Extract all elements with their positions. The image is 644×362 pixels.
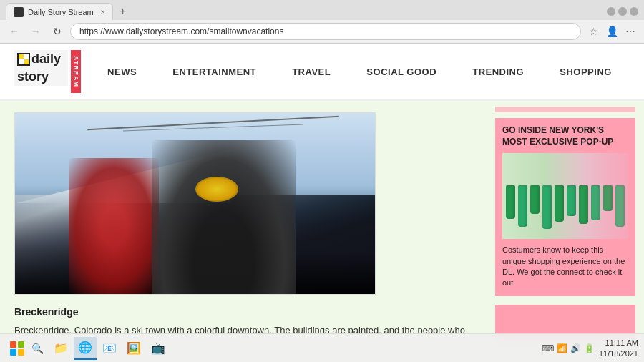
nav-news[interactable]: NEWS xyxy=(102,64,142,80)
wifi-icon[interactable]: 📶 xyxy=(557,343,567,353)
battery-icon[interactable]: 🔋 xyxy=(584,343,595,353)
cup-4 xyxy=(542,185,552,229)
minimize-btn[interactable] xyxy=(607,7,615,16)
cup-2 xyxy=(518,185,527,227)
logo-daily: daily xyxy=(14,50,68,68)
cup-3 xyxy=(530,185,540,214)
toolbar-icons: ☆ 👤 ⋯ xyxy=(585,24,638,39)
forward-btn[interactable]: → xyxy=(27,23,44,40)
logo-icon xyxy=(17,53,30,66)
cup-5 xyxy=(555,185,564,221)
taskbar-app-3[interactable]: 📧 xyxy=(98,337,121,360)
back-btn[interactable]: ← xyxy=(6,23,23,40)
menu-icon[interactable]: ⋯ xyxy=(623,24,638,39)
sidebar-ad-partial xyxy=(495,107,635,112)
sidebar-popup-ad[interactable]: GO INSIDE NEW YORK'S MOST EXCLUSIVE POP-… xyxy=(495,118,635,296)
windows-logo xyxy=(10,341,24,356)
active-tab[interactable]: Daily Story Stream × xyxy=(6,3,113,20)
article-title: Breckenridge xyxy=(14,306,472,318)
url-text: https://www.dailystorystream.com/smallto… xyxy=(79,26,283,36)
ski-photo-bg xyxy=(15,113,375,294)
address-bar-row: ← → ↻ https://www.dailystorystream.com/s… xyxy=(0,20,644,43)
taskbar-app-browser[interactable]: 🌐 xyxy=(74,337,97,360)
window-controls xyxy=(607,7,638,16)
refresh-btn[interactable]: ↻ xyxy=(49,23,66,40)
taskbar-tray: ⌨ 📶 🔊 🔋 11:11 AM 11/18/2021 xyxy=(542,338,638,358)
cup-6 xyxy=(567,185,576,216)
logo-stream-badge: STREAM xyxy=(71,50,81,93)
site-header: daily story STREAM NEWS ENTERTAINMENT TR… xyxy=(0,44,644,101)
main-content: Breckenridge Breckenridge, Colorado is a… xyxy=(0,101,487,340)
new-tab-btn[interactable]: + xyxy=(116,4,130,19)
star-icon[interactable]: ☆ xyxy=(585,24,601,39)
logo-story: story xyxy=(14,68,68,86)
page-body: Breckenridge Breckenridge, Colorado is a… xyxy=(0,101,644,340)
taskbar-clock[interactable]: 11:11 AM 11/18/2021 xyxy=(599,338,638,358)
taskbar-app-1[interactable]: 📁 xyxy=(49,337,72,360)
taskbar-time-value: 11:11 AM xyxy=(599,338,638,348)
taskbar-date-value: 11/18/2021 xyxy=(599,348,638,358)
start-button[interactable] xyxy=(6,337,29,360)
tab-close-btn[interactable]: × xyxy=(101,8,105,16)
site-nav: NEWS ENTERTAINMENT TRAVEL SOCIAL GOOD TR… xyxy=(89,64,630,80)
taskbar-app-4[interactable]: 🖼️ xyxy=(122,337,145,360)
taskbar-app-5[interactable]: 📺 xyxy=(147,337,170,360)
taskbar-apps: 📁 🌐 📧 🖼️ 📺 xyxy=(49,337,170,360)
tab-title: Daily Story Stream xyxy=(28,8,94,16)
tab-bar: Daily Story Stream × + xyxy=(0,0,644,20)
browser-chrome: Daily Story Stream × + ← → ↻ https://www… xyxy=(0,0,644,44)
logo-box: daily story STREAM xyxy=(14,50,68,93)
sidebar-ad-title: GO INSIDE NEW YORK'S MOST EXCLUSIVE POP-… xyxy=(502,125,628,147)
nav-social-good[interactable]: SOCIAL GOOD xyxy=(361,64,442,80)
nav-entertainment[interactable]: ENTERTAINMENT xyxy=(167,64,262,80)
taskbar: 🔍 📁 🌐 📧 🖼️ 📺 ⌨ 📶 🔊 🔋 11:11 AM 11/18/2021 xyxy=(0,333,644,362)
maximize-btn[interactable] xyxy=(618,7,627,16)
nav-trending[interactable]: TRENDING xyxy=(467,64,530,80)
sidebar: GO INSIDE NEW YORK'S MOST EXCLUSIVE POP-… xyxy=(487,101,644,340)
tab-favicon xyxy=(14,7,24,17)
volume-icon[interactable]: 🔊 xyxy=(570,343,581,353)
nav-travel[interactable]: TRAVEL xyxy=(286,64,336,80)
taskbar-search[interactable]: 🔍 xyxy=(31,343,44,354)
cup-1 xyxy=(506,185,515,219)
logo-area[interactable]: daily story STREAM xyxy=(14,50,68,93)
sidebar-ad-description: Costumers know to keep this unique shopp… xyxy=(502,245,628,289)
article-image xyxy=(14,112,376,295)
url-bar[interactable]: https://www.dailystorystream.com/smallto… xyxy=(70,23,581,40)
close-btn[interactable] xyxy=(630,7,638,16)
sidebar-ad-image xyxy=(502,153,628,239)
search-icon: 🔍 xyxy=(31,343,44,354)
tray-icons: ⌨ 📶 🔊 🔋 xyxy=(542,343,595,353)
keyboard-icon[interactable]: ⌨ xyxy=(542,343,554,353)
nav-shopping[interactable]: SHOPPING xyxy=(554,64,618,80)
profile-icon[interactable]: 👤 xyxy=(604,24,620,39)
